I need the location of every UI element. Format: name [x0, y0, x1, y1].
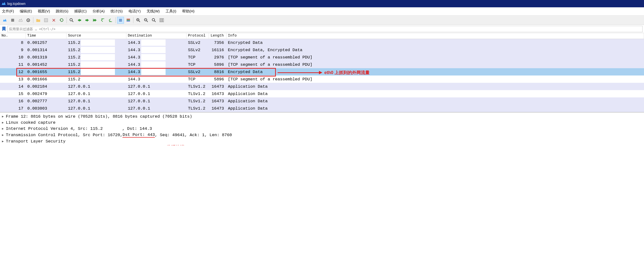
- col-header-destination[interactable]: Destination: [126, 33, 186, 39]
- toolbar: [0, 16, 644, 25]
- col-header-source[interactable]: Source: [66, 33, 126, 39]
- detail-tls-text: Transport Layer Security: [6, 139, 66, 144]
- cell-length: 16473: [209, 91, 226, 97]
- separator: [33, 17, 33, 23]
- svg-rect-0: [11, 19, 14, 22]
- menu-wireless[interactable]: 无线(W): [146, 9, 160, 14]
- cell-time: 0.003003: [26, 106, 66, 111]
- col-header-protocol[interactable]: Protocol: [186, 33, 209, 39]
- cell-no: 13: [0, 76, 26, 82]
- cell-no: 10: [0, 54, 26, 60]
- col-header-no[interactable]: No.: [0, 33, 26, 39]
- cell-time: 0.001257: [26, 40, 66, 46]
- capture-options-icon[interactable]: [25, 17, 32, 24]
- detail-frame[interactable]: ▶ Frame 12: 8816 bytes on wire (70528 bi…: [0, 114, 644, 120]
- stop-capture-icon[interactable]: [9, 17, 16, 24]
- menu-help[interactable]: 帮助(H): [182, 9, 194, 14]
- go-last-icon[interactable]: [107, 17, 114, 24]
- dst-redaction: [141, 69, 166, 75]
- packet-row[interactable]: 90.001314115.2144.3SSLv216116Encrypted D…: [0, 46, 644, 54]
- colorize-icon[interactable]: [125, 17, 132, 24]
- display-filter-input[interactable]: [7, 26, 642, 32]
- packet-list-header: No. Time Source Destination Protocol Len…: [0, 33, 644, 39]
- cell-time: 0.002777: [26, 98, 66, 104]
- open-file-icon[interactable]: [35, 17, 42, 24]
- cell-time: 0.001452: [26, 62, 66, 68]
- menu-capture[interactable]: 捕获(C): [74, 9, 87, 14]
- menu-edit[interactable]: 编辑(E): [20, 9, 32, 14]
- start-capture-icon[interactable]: [2, 17, 8, 24]
- chevron-right-icon: ▶: [2, 121, 6, 124]
- cell-no: 12: [0, 69, 26, 75]
- cell-length: 2976: [209, 54, 226, 60]
- cell-protocol: TLSv1.2: [186, 98, 209, 104]
- detail-tls[interactable]: ▶ Transport Layer Security: [0, 138, 644, 144]
- menu-file[interactable]: 文件(F): [2, 9, 14, 14]
- cell-destination: 127.0.0.1: [126, 106, 186, 111]
- cell-length: 16116: [209, 47, 226, 53]
- resize-columns-icon[interactable]: [158, 17, 165, 24]
- menu-tools[interactable]: 工具(I): [166, 9, 176, 14]
- cell-time: 0.001314: [26, 47, 66, 53]
- packet-row[interactable]: 140.002184127.0.0.1127.0.0.1TLSv1.216473…: [0, 83, 644, 90]
- packet-row[interactable]: 170.003003127.0.0.1127.0.0.1TLSv1.216473…: [0, 105, 644, 112]
- detail-linux-cooked[interactable]: ▶ Linux cooked capture: [0, 120, 644, 126]
- detail-ip-pre: Internet Protocol Version 4, Src: 115.2: [6, 126, 103, 131]
- packet-row[interactable]: 160.002777127.0.0.1127.0.0.1TLSv1.216473…: [0, 98, 644, 105]
- src-redaction: [81, 47, 115, 53]
- go-to-packet-icon[interactable]: [92, 17, 98, 24]
- detail-tcp-post: , Seq: 49641, Ack: 1, Len: 8760: [155, 133, 232, 137]
- restart-capture-icon[interactable]: [17, 17, 24, 24]
- zoom-out-icon[interactable]: [143, 17, 150, 24]
- menu-go[interactable]: 跳转(G): [56, 9, 68, 14]
- svg-rect-28: [161, 18, 162, 22]
- svg-line-19: [139, 21, 140, 22]
- go-forward-icon[interactable]: [84, 17, 90, 24]
- svg-rect-29: [163, 18, 164, 22]
- cell-protocol: TLSv1.2: [186, 91, 209, 97]
- svg-rect-16: [126, 20, 130, 20]
- zoom-reset-icon[interactable]: [150, 17, 157, 24]
- go-back-icon[interactable]: [76, 17, 83, 24]
- cell-protocol: SSLv2: [186, 69, 209, 75]
- reload-icon[interactable]: [58, 17, 65, 24]
- packet-row[interactable]: 120.001655115.2144.3SSLv28816Encrypted D…: [0, 68, 644, 76]
- menu-telephony[interactable]: 电话(Y): [128, 9, 141, 14]
- svg-point-25: [152, 18, 154, 21]
- cell-destination: 127.0.0.1: [126, 98, 186, 104]
- col-header-info[interactable]: Info: [226, 33, 644, 39]
- save-file-icon[interactable]: [42, 17, 50, 24]
- packet-row[interactable]: 110.001452115.2144.3TCP5896[TCP segment …: [0, 61, 644, 68]
- cell-info: Encrypted Data: [226, 69, 644, 75]
- cell-source: 127.0.0.1: [66, 84, 126, 90]
- cell-length: 16473: [209, 84, 226, 90]
- cell-info: Encrypted Data, Encrypted Data: [226, 47, 644, 53]
- svg-rect-3: [44, 18, 48, 22]
- svg-rect-8: [93, 20, 95, 21]
- packet-list: No. Time Source Destination Protocol Len…: [0, 33, 644, 112]
- detail-ip[interactable]: ▶ Internet Protocol Version 4, Src: 115.…: [0, 126, 644, 132]
- detail-tcp[interactable]: ▶ Transmission Control Protocol, Src Por…: [0, 132, 644, 138]
- zoom-in-icon[interactable]: [135, 17, 142, 24]
- close-file-icon[interactable]: [50, 17, 57, 24]
- cell-no: 8: [0, 40, 26, 46]
- menu-analyze[interactable]: 分析(A): [92, 9, 105, 14]
- go-first-icon[interactable]: [99, 17, 106, 24]
- col-header-time[interactable]: Time: [26, 33, 66, 39]
- packet-row[interactable]: 150.002479127.0.0.1127.0.0.1TLSv1.216473…: [0, 90, 644, 98]
- cell-info: Application Data: [226, 84, 644, 90]
- bookmark-icon[interactable]: [2, 26, 6, 32]
- packet-row[interactable]: 100.001319115.2144.3TCP2976[TCP segment …: [0, 54, 644, 61]
- packet-row[interactable]: 130.001666115.2144.3TCP5896[TCP segment …: [0, 76, 644, 83]
- menu-statistics[interactable]: 统计(S): [110, 9, 123, 14]
- menu-view[interactable]: 视图(V): [38, 9, 50, 14]
- cell-info: Application Data: [226, 98, 644, 104]
- chevron-right-icon: ▶: [2, 115, 6, 118]
- chevron-right-icon: ▶: [2, 127, 6, 130]
- col-header-length[interactable]: Length: [209, 33, 226, 39]
- packet-row[interactable]: 80.001257115.2144.3SSLv27356Encrypted Da…: [0, 39, 644, 46]
- title-bar: log.tcpdown: [0, 0, 644, 7]
- packet-rows-container: 80.001257115.2144.3SSLv27356Encrypted Da…: [0, 39, 644, 112]
- find-icon[interactable]: [68, 17, 75, 24]
- auto-scroll-icon[interactable]: [117, 17, 124, 24]
